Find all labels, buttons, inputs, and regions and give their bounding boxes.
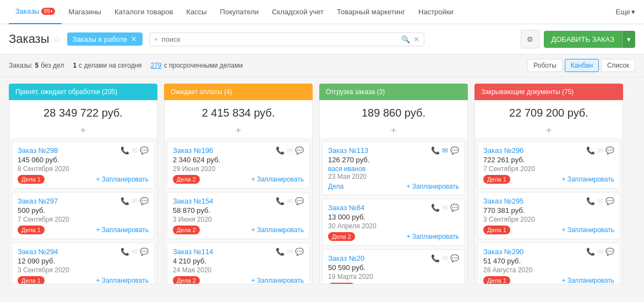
col-add-closing_docs[interactable]: + [474,123,623,139]
deal-link[interactable]: Дела [328,183,343,190]
search-close-icon[interactable]: ✕ [413,35,419,43]
card-date: 7 Сентября 2020 [483,165,614,173]
table-row: Заказ №196 📞✉💬 2 340 624 руб. 29 Июня 20… [167,141,310,189]
card-amount: 12 090 руб. [18,257,149,265]
email-icon: ✉ [132,197,138,205]
nav-more-button[interactable]: Еще ▾ [616,8,635,16]
deal-badge[interactable]: Дела 1 [18,226,45,234]
email-icon: ✉ [597,146,603,155]
card-icons: 📞✉💬 [276,248,304,256]
card-date: 8 Сентября 2020 [18,165,149,173]
deal-badge[interactable]: Дела 1 [18,175,45,184]
comment-icon: 💬 [450,146,459,155]
col-add-accepted[interactable]: + [9,123,157,139]
card-date: 23 Мая 2020 [328,173,459,180]
plan-link[interactable]: + Запланировать [96,175,149,183]
plan-link[interactable]: + Запланировать [406,283,459,284]
view-kanban-button[interactable]: Канбан [565,59,599,72]
deal-badge[interactable]: Дела 2 [328,232,355,241]
card-title[interactable]: Заказ №298 [18,146,58,155]
card-title[interactable]: Заказ №296 [483,146,523,155]
overdue-link[interactable]: 279 [151,62,162,69]
card-title[interactable]: Заказ №196 [173,146,213,155]
plan-link[interactable]: + Запланировать [561,226,614,234]
col-header-shipping: Отгрузка заказа (3) [319,84,468,100]
chevron-down-icon: ▾ [631,8,635,16]
plan-link[interactable]: + Запланировать [251,277,304,284]
plan-link[interactable]: + Запланировать [251,175,304,183]
card-title[interactable]: Заказ №294 [18,248,58,256]
add-order-button-group: ДОБАВИТЬ ЗАКАЗ ▾ [544,31,635,48]
deal-badge[interactable]: Дела 1 [483,276,510,284]
card-title[interactable]: Заказ №154 [173,197,213,205]
card-title[interactable]: Заказ №20 [328,254,364,262]
deal-badge[interactable]: Дела 2 [173,226,200,234]
card-footer: Дела 1 + Запланировать [18,276,149,284]
card-footer: Дела 2 + Запланировать [173,175,304,184]
settings-button[interactable]: ⚙ [521,30,539,48]
nav-item-orders[interactable]: Заказы 99+ [9,0,62,24]
nav-item-warehouse[interactable]: Складской учет [265,0,330,24]
favorite-icon[interactable]: ☆ [53,34,61,45]
email-icon: ✉ [132,146,138,155]
nav-item-settings[interactable]: Настройки [412,0,460,24]
col-add-waiting_payment[interactable]: + [164,123,313,139]
card-contact[interactable]: вася иванов [328,165,459,173]
view-robots-button[interactable]: Роботы [527,59,563,72]
table-row: Заказ №290 📞✉💬 51 470 руб. 28 Августа 20… [477,243,620,284]
card-icons: 📞✉💬 [431,254,459,262]
kanban-col-waiting_payment: Ожидает оплаты (4)2 415 834 руб.+ Заказ … [164,84,313,284]
card-header: Заказ №298 📞✉💬 [18,146,149,155]
col-total-accepted: 28 349 722 руб. [9,100,157,123]
search-input[interactable] [162,35,398,43]
plan-link[interactable]: + Запланировать [406,233,459,240]
comment-icon: 💬 [605,248,614,256]
add-order-button[interactable]: ДОБАВИТЬ ЗАКАЗ [544,31,622,48]
card-title[interactable]: Заказ №84 [328,204,364,212]
filter-tag-working[interactable]: Заказы в работе ✕ [67,32,143,46]
plan-link[interactable]: + Запланировать [406,183,459,190]
deal-badge[interactable]: Дела 1 [483,175,510,184]
col-cards-waiting_payment: Заказ №196 📞✉💬 2 340 624 руб. 29 Июня 20… [164,139,313,284]
plan-link[interactable]: + Запланировать [96,277,149,284]
card-title[interactable]: Заказ №113 [328,146,368,155]
table-row: Заказ №84 📞✉💬 13 000 руб. 30 Апреля 2020… [322,199,465,246]
card-date: 3 Сентября 2020 [483,216,614,223]
nav-item-marketing[interactable]: Товарный маркетинг [330,0,412,24]
view-list-button[interactable]: Список [601,59,635,72]
card-amount: 145 060 руб. [18,156,149,164]
plan-link[interactable]: + Запланировать [96,226,149,234]
nav-item-shops[interactable]: Магазины [62,0,108,24]
deal-badge[interactable]: Дела 2 [328,283,355,284]
card-title[interactable]: Заказ №290 [483,248,523,256]
filter-today-label: 1 с делами на сегодня [73,62,141,69]
col-add-shipping[interactable]: + [319,123,468,139]
filter-tag-close-icon[interactable]: ✕ [130,35,137,43]
plan-link[interactable]: + Запланировать [251,226,304,234]
nav-item-catalogs[interactable]: Каталоги товаров [108,0,180,24]
plan-link[interactable]: + Запланировать [561,277,614,284]
email-icon: ✉ [287,197,293,205]
deal-badge[interactable]: Дела 2 [173,276,200,284]
card-title[interactable]: Заказ №295 [483,197,523,205]
plan-link[interactable]: + Запланировать [561,175,614,183]
card-title[interactable]: Заказ №114 [173,248,213,256]
card-icons: 📞✉💬 [586,146,614,155]
phone-icon: 📞 [121,197,129,205]
deal-badge[interactable]: Дела 2 [173,175,200,184]
card-header: Заказ №297 📞✉💬 [18,197,149,205]
nav-item-customers[interactable]: Покупатели [214,0,265,24]
col-total-closing_docs: 22 709 200 руб. [474,100,623,123]
phone-icon: 📞 [431,204,440,212]
card-amount: 51 470 руб. [483,257,614,265]
view-toggle: Роботы Канбан Список [527,59,635,72]
nav-item-cashiers[interactable]: Кассы [179,0,213,24]
deal-badge[interactable]: Дела 1 [18,276,45,284]
deal-badge[interactable]: Дела 1 [483,226,510,234]
phone-icon: 📞 [586,197,595,205]
add-order-dropdown-button[interactable]: ▾ [622,31,635,48]
card-date: 7 Сентября 2020 [18,216,149,223]
card-title[interactable]: Заказ №297 [18,197,58,205]
card-header: Заказ №294 📞✉💬 [18,248,149,256]
card-header: Заказ №114 📞✉💬 [173,248,304,256]
